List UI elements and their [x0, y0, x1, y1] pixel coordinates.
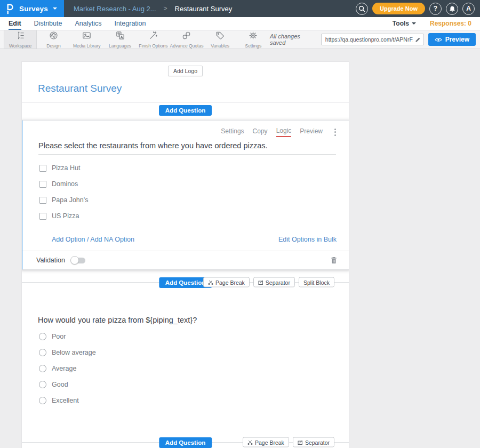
palette-icon [49, 30, 59, 43]
tab-edit[interactable]: Edit [9, 17, 21, 30]
subnav-right: Tools Responses: 0 [393, 17, 471, 30]
add-logo-button[interactable]: Add Logo [168, 66, 203, 76]
toolbar-item-finish-options[interactable]: Finish Options [137, 30, 170, 49]
image-icon [82, 30, 92, 43]
scissors-icon [247, 439, 253, 445]
option-label[interactable]: Papa John's [52, 196, 88, 204]
radio-button[interactable] [39, 333, 46, 340]
option-row: Excellent [39, 397, 334, 404]
toolbar-item-variables[interactable]: Variables [203, 30, 236, 49]
question-text-q1[interactable]: Please select the restaurants from where… [38, 141, 336, 155]
q1-option-actions: Add Option / Add NA Option Edit Options … [22, 228, 349, 251]
tools-label: Tools [393, 20, 409, 27]
notifications-button[interactable] [446, 3, 458, 15]
survey-url-input[interactable] [325, 36, 413, 43]
bell-icon [449, 5, 455, 12]
account-avatar[interactable]: A [462, 3, 475, 15]
add-na-option-link[interactable]: Add NA Option [90, 236, 134, 243]
option-label[interactable]: Below average [52, 349, 96, 356]
option-label[interactable]: Excellent [52, 397, 79, 404]
add-question-button[interactable]: Add Question [159, 437, 212, 448]
kebab-menu-icon[interactable] [332, 127, 338, 137]
split-block-button[interactable]: Split Block [299, 277, 334, 287]
toolbar-item-settings[interactable]: Settings [237, 30, 270, 49]
validation-toggle[interactable] [71, 258, 85, 263]
top-bar: Surveys Market Research - Aug 2... > Res… [0, 0, 480, 17]
question-card-q1: Q1 Settings Copy Logic Preview Please se… [21, 120, 349, 270]
gear-icon [248, 30, 258, 43]
option-row: Average [39, 365, 334, 372]
toolbar-item-languages[interactable]: Languages [103, 30, 137, 49]
question-text-q2[interactable]: How would you rate pizza from ${piping_t… [38, 316, 334, 324]
save-status: All changes saved [270, 33, 316, 46]
page-break-button[interactable]: Page Break [243, 437, 289, 447]
breadcrumb-folder[interactable]: Market Research - Aug 2... [74, 5, 156, 13]
radio-button[interactable] [39, 397, 46, 404]
checkbox[interactable] [39, 213, 46, 220]
survey-title[interactable]: Restaurant Survey [38, 83, 333, 94]
scissors-icon [208, 279, 213, 285]
chevron-down-icon [412, 22, 416, 25]
editor-toolbar: Workspace Design Media Library Languages [0, 30, 480, 49]
option-label[interactable]: US Pizza [52, 212, 79, 220]
split-block-label: Split Block [303, 279, 330, 285]
option-row: Good [39, 381, 334, 388]
option-row: Papa John's [39, 196, 335, 204]
edit-options-bulk-link[interactable]: Edit Options in Bulk [278, 236, 337, 243]
insert-row-2: Add Question Page Break Separator [22, 434, 349, 448]
toolbar-item-media-library[interactable]: Media Library [70, 30, 103, 49]
chevron-down-icon [53, 7, 57, 10]
option-row: US Pizza [39, 212, 335, 220]
add-option-link[interactable]: Add Option [52, 236, 85, 243]
responses-count[interactable]: Responses: 0 [430, 20, 471, 27]
tab-analytics[interactable]: Analytics [75, 17, 101, 30]
page-break-button[interactable]: Page Break [203, 277, 250, 287]
option-label[interactable]: Pizza Hut [52, 164, 81, 172]
question-copy-menu[interactable]: Copy [253, 127, 268, 137]
checkbox[interactable] [39, 197, 46, 204]
radio-button[interactable] [39, 349, 46, 356]
option-label[interactable]: Good [52, 381, 68, 388]
upgrade-now-button[interactable]: Upgrade Now [372, 3, 425, 14]
question-settings-menu[interactable]: Settings [221, 127, 244, 137]
toolbar-item-workspace[interactable]: Workspace [4, 30, 37, 49]
toolbar-right: All changes saved Preview [270, 30, 480, 49]
tab-distribute[interactable]: Distribute [34, 17, 62, 30]
add-question-button[interactable]: Add Question [159, 105, 212, 116]
help-button[interactable]: ? [429, 3, 442, 15]
toolbar-item-advance-quotas[interactable]: Advance Quotas [170, 30, 204, 49]
separator-icon [298, 439, 303, 445]
workspace-icon [15, 30, 26, 43]
radio-button[interactable] [39, 365, 46, 372]
question-toolbar-q1: Settings Copy Logic Preview [22, 121, 349, 137]
edit-url-pencil-icon[interactable] [415, 37, 421, 43]
separator-button[interactable]: Separator [253, 277, 295, 287]
link-chain-icon [181, 30, 191, 43]
search-button[interactable] [356, 3, 368, 15]
top-actions: Upgrade Now ? A [356, 3, 480, 15]
question-preview-menu[interactable]: Preview [300, 127, 323, 137]
toolbar-item-design[interactable]: Design [37, 30, 70, 49]
option-label[interactable]: Poor [52, 333, 66, 340]
checkbox[interactable] [39, 181, 46, 188]
magic-wand-icon [148, 30, 158, 43]
breadcrumb-survey-name: Restaurant Survey [175, 5, 233, 13]
surveys-menu[interactable]: Surveys [0, 0, 64, 17]
tab-integration[interactable]: Integration [114, 17, 146, 30]
delete-question-button[interactable] [331, 257, 337, 264]
tools-menu[interactable]: Tools [393, 20, 416, 27]
eye-icon [435, 37, 442, 42]
search-icon [358, 5, 365, 12]
toolbar-item-label: Settings [245, 43, 261, 49]
question-logic-menu[interactable]: Logic [276, 127, 292, 137]
separator-button[interactable]: Separator [293, 437, 334, 447]
checkbox[interactable] [39, 165, 46, 172]
option-label[interactable]: Average [52, 365, 76, 372]
option-row: Dominos [39, 180, 335, 188]
radio-button[interactable] [39, 381, 46, 388]
question-block-q2: Q2 How would you rate pizza from ${pipin… [22, 290, 349, 404]
preview-button[interactable]: Preview [428, 33, 476, 46]
option-label[interactable]: Dominos [52, 180, 78, 188]
add-option-links: Add Option / Add NA Option [52, 236, 134, 243]
toolbar-item-label: Advance Quotas [170, 43, 204, 49]
